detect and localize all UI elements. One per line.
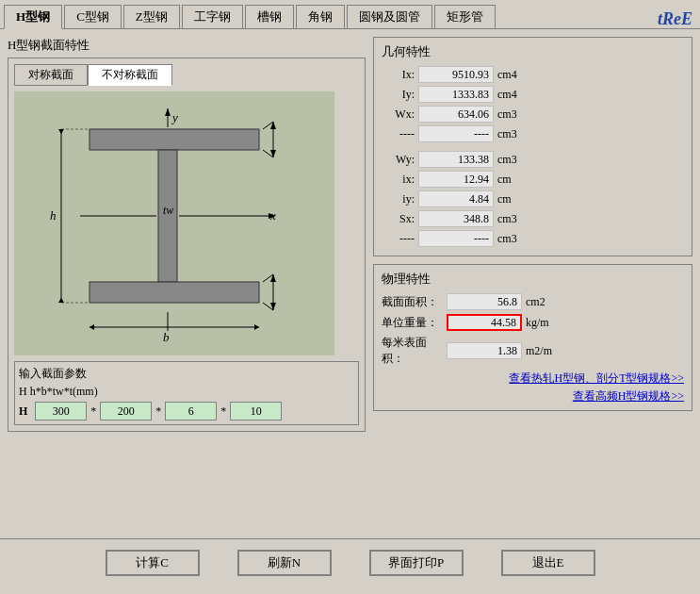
prop-value-ix: 9510.93 — [418, 66, 494, 83]
prop-unit-iy: cm4 — [497, 88, 530, 102]
phys-value-weight: 44.58 — [447, 314, 522, 331]
tab-z-steel[interactable]: Z型钢 — [123, 5, 180, 28]
svg-text:tw: tw — [163, 204, 173, 217]
refresh-button[interactable]: 刷新N — [237, 550, 332, 576]
prop-row-dash2: ---- ---- cm3 — [382, 230, 684, 247]
svg-rect-2 — [90, 282, 259, 303]
input-section: 输入截面参数 H h*b*tw*t(mm) H * * * — [14, 361, 359, 425]
prop-row-wy: Wy: 133.38 cm3 — [382, 151, 684, 168]
phys-unit-area: cm2 — [526, 295, 545, 309]
prop-value-ixi: 12.94 — [418, 171, 494, 188]
svg-marker-21 — [254, 324, 259, 330]
prop-value-iy: 1333.83 — [418, 86, 494, 103]
prop-value-wx: 634.06 — [418, 106, 494, 123]
phys-label-surface: 每米表面积： — [382, 335, 443, 367]
svg-marker-16 — [58, 129, 64, 134]
prop-label-iy: Iy: — [382, 88, 415, 102]
phys-label-area: 截面面积： — [382, 294, 443, 310]
right-panel: 几何特性 Ix: 9510.93 cm4 Iy: 1333.83 cm4 Wx:… — [373, 37, 692, 531]
svg-rect-0 — [90, 129, 259, 150]
tab-angle-steel[interactable]: 角钢 — [296, 5, 345, 28]
prop-label-ixi: ix: — [382, 173, 415, 187]
svg-text:b: b — [163, 330, 170, 344]
tree-logo: tReE — [658, 9, 692, 29]
prop-row-wx: Wx: 634.06 cm3 — [382, 106, 684, 123]
star-2: * — [155, 404, 161, 419]
prop-unit-wx: cm3 — [497, 107, 530, 122]
h-section-diagram: y x tw h — [33, 101, 316, 346]
cross-section-box: 对称截面 不对称截面 y — [8, 58, 366, 432]
svg-text:y: y — [171, 110, 178, 124]
diagram-area: y x tw h — [14, 91, 334, 355]
geo-title: 几何特性 — [382, 43, 684, 60]
exit-button[interactable]: 退出E — [501, 550, 595, 576]
sub-tabs: 对称截面 不对称截面 — [14, 64, 359, 86]
prop-unit-ix: cm4 — [497, 68, 530, 82]
prop-unit-wy: cm3 — [497, 153, 530, 167]
left-panel: H型钢截面特性 对称截面 不对称截面 — [8, 37, 366, 531]
prop-row-sx: Sx: 348.8 cm3 — [382, 210, 684, 227]
phys-title: 物理特性 — [382, 271, 684, 288]
svg-marker-17 — [58, 298, 64, 303]
prop-value-dash1: ---- — [418, 125, 494, 142]
phys-box: 物理特性 截面面积： 56.8 cm2 单位重量： 44.58 kg/m 每米表… — [373, 264, 692, 411]
prop-label-iyi: iy: — [382, 192, 415, 206]
phys-label-weight: 单位重量： — [382, 315, 443, 331]
prop-row-ix: Ix: 9510.93 cm4 — [382, 66, 684, 83]
prop-row-iy: Iy: 1333.83 cm4 — [382, 86, 684, 103]
phys-value-surface: 1.38 — [447, 342, 522, 359]
prop-unit-ixi: cm — [497, 173, 530, 187]
tw-field[interactable] — [165, 402, 217, 421]
prop-label-dash1: ---- — [382, 127, 415, 141]
h-field[interactable] — [35, 402, 87, 421]
phys-row-surface: 每米表面积： 1.38 m2/m — [382, 335, 684, 367]
prop-row-dash1: ---- ---- cm3 — [382, 125, 684, 142]
section-title: H型钢截面特性 — [8, 37, 366, 54]
svg-marker-10 — [165, 108, 171, 116]
star-1: * — [90, 404, 96, 419]
phys-unit-surface: m2/m — [526, 344, 552, 358]
prop-value-dash2: ---- — [418, 230, 494, 247]
link-hot-rolled[interactable]: 查看热轧H型钢、剖分T型钢规格>> — [382, 371, 684, 387]
print-button[interactable]: 界面打印P — [369, 550, 464, 576]
prop-value-iyi: 4.84 — [418, 190, 494, 207]
main-content: H型钢截面特性 对称截面 不对称截面 — [0, 29, 700, 538]
phys-row-area: 截面面积： 56.8 cm2 — [382, 293, 684, 310]
phys-row-weight: 单位重量： 44.58 kg/m — [382, 314, 684, 331]
tab-rect-tube[interactable]: 矩形管 — [434, 5, 496, 28]
b-field[interactable] — [100, 402, 152, 421]
prop-unit-dash2: cm3 — [497, 232, 530, 246]
sub-tab-symmetric[interactable]: 对称截面 — [14, 64, 88, 86]
tab-groove-steel[interactable]: 槽钢 — [245, 5, 294, 28]
geo-box: 几何特性 Ix: 9510.93 cm4 Iy: 1333.83 cm4 Wx:… — [373, 37, 692, 256]
prop-value-wy: 133.38 — [418, 151, 494, 168]
tab-round-tube[interactable]: 圆钢及圆管 — [347, 5, 432, 28]
svg-marker-20 — [90, 324, 94, 330]
prop-label-wy: Wy: — [382, 153, 415, 167]
input-row: H * * * — [19, 402, 354, 421]
prop-label-wx: Wx: — [382, 107, 415, 122]
prop-row-iyi: iy: 4.84 cm — [382, 190, 684, 207]
prop-unit-sx: cm3 — [497, 212, 530, 226]
tab-i-steel[interactable]: 工字钢 — [182, 5, 243, 28]
star-3: * — [220, 404, 226, 419]
prop-label-sx: Sx: — [382, 212, 415, 226]
phys-value-area: 56.8 — [447, 293, 522, 310]
input-section-title: 输入截面参数 — [19, 366, 354, 382]
prop-value-sx: 348.8 — [418, 210, 494, 227]
prop-label-ix: Ix: — [382, 68, 415, 82]
input-prefix: H — [19, 404, 27, 419]
button-bar: 计算C 刷新N 界面打印P 退出E — [0, 538, 700, 586]
t-field[interactable] — [230, 402, 282, 421]
sub-tab-asymmetric[interactable]: 不对称截面 — [88, 64, 172, 86]
svg-text:h: h — [50, 208, 57, 223]
calc-button[interactable]: 计算C — [106, 550, 200, 576]
prop-label-dash2: ---- — [382, 232, 415, 246]
tab-bar: H型钢 C型钢 Z型钢 工字钢 槽钢 角钢 圆钢及圆管 矩形管 tReE — [0, 0, 700, 29]
tab-h-steel[interactable]: H型钢 — [4, 5, 62, 29]
input-formula: H h*b*tw*t(mm) — [19, 385, 354, 399]
tab-c-steel[interactable]: C型钢 — [64, 5, 122, 28]
link-high-freq[interactable]: 查看高频H型钢规格>> — [382, 388, 684, 404]
phys-unit-weight: kg/m — [526, 316, 549, 330]
prop-row-ixi: ix: 12.94 cm — [382, 171, 684, 188]
